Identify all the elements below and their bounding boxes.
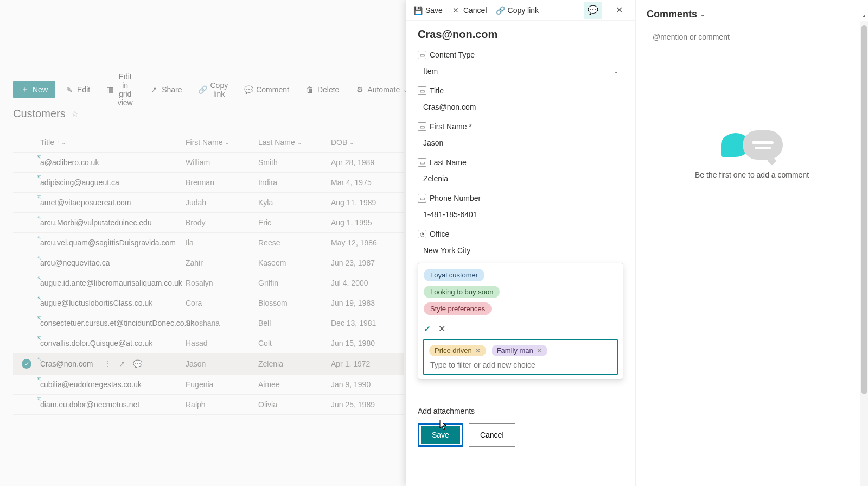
add-attachments-link[interactable]: Add attachments [418,407,623,415]
delete-button[interactable]: 🗑Delete [299,81,346,98]
cell-title[interactable]: ⇱convallis.dolor.Quisque@at.co.uk [40,339,186,348]
sort-asc-icon: ↑ [56,139,60,146]
open-icon: ⇱ [37,215,41,220]
table-row[interactable]: ⇱consectetuer.cursus.et@tinciduntDonec.c… [13,313,404,333]
cell-title[interactable]: ⇱augue.id.ante@liberomaurisaliquam.co.uk [40,279,186,287]
col-dob[interactable]: DOB ⌄ [331,138,401,147]
table-row[interactable]: ⇱arcu@nequevitae.caZahirKaseemJun 23, 19… [13,253,404,273]
automate-button[interactable]: ⚙Automate⌄ [349,81,414,98]
cell-ln: Kyla [258,198,331,207]
comment-button[interactable]: 💬Comment [238,81,296,98]
table-row[interactable]: ✓⇱Cras@non.com⋮↗💬JasonZeleniaApr 1, 1972 [13,354,404,375]
cell-dob: Apr 1, 1972 [331,359,401,368]
open-icon: ⇱ [37,235,41,241]
share-label: Share [162,85,182,94]
last-name-input[interactable] [418,170,623,187]
comments-toggle-icon[interactable]: 💬 [584,2,602,19]
table-row[interactable]: ⇱amet@vitaeposuereat.comJudahKylaAug 11,… [13,193,404,213]
col-title[interactable]: Title ↑ ⌄ [40,138,186,147]
col-first-name[interactable]: First Name ⌄ [186,138,258,147]
row-select[interactable]: ✓ [13,359,40,369]
office-input[interactable] [418,242,623,259]
cell-title[interactable]: ⇱cubilia@eudoloregestas.co.uk [40,380,186,389]
edit-button[interactable]: ✎Edit [59,81,97,98]
cell-ln: Reese [258,238,331,247]
content-type-label: ▭Content Type [418,51,623,59]
cell-title[interactable]: ⇱amet@vitaeposuereat.com [40,198,186,207]
panel-cancel-button[interactable]: ✕Cancel [451,6,487,15]
cell-title[interactable]: ⇱augue@luctuslobortisClass.co.uk [40,299,186,307]
cell-dob: Aug 11, 1989 [331,198,401,207]
title-input[interactable] [418,98,623,116]
cell-title[interactable]: ⇱adipiscing@augueut.ca [40,178,186,187]
table-row[interactable]: ⇱diam.eu.dolor@necmetus.netRalphOliviaJu… [13,395,404,415]
more-icon[interactable]: ⋮ [104,359,111,368]
table-row[interactable]: ⇱a@aclibero.co.ukWilliamSmithApr 28, 198… [13,153,404,173]
open-icon: ⇱ [37,195,41,200]
cell-fn: Shoshana [186,319,258,327]
table-row[interactable]: ⇱adipiscing@augueut.caBrennanIndiraMar 4… [13,173,404,193]
tag-filter-input[interactable] [429,356,612,371]
table-row[interactable]: ⇱arcu.Morbi@vulputateduinec.eduBrodyEric… [13,213,404,233]
panel-copy-link-button[interactable]: 🔗Copy link [496,6,539,15]
cell-title[interactable]: ⇱Cras@non.com⋮↗💬 [40,359,186,368]
cell-dob: Jun 19, 1983 [331,299,401,307]
open-icon: ⇱ [37,397,41,402]
table-row[interactable]: ⇱arcu.vel.quam@sagittisDuisgravida.comIl… [13,233,404,253]
open-icon: ⇱ [37,295,41,301]
field-icon: ▭ [418,51,426,59]
content-type-select[interactable]: Item⌄ [418,62,623,80]
cancel-icon[interactable]: ✕ [438,324,445,334]
tag-option-style[interactable]: Style preferences [424,302,492,315]
tag-option-loyal[interactable]: Loyal customer [424,269,484,281]
close-panel-icon[interactable]: ✕ [610,2,628,19]
share-button[interactable]: ↗Share [143,81,188,98]
phone-input[interactable] [418,206,623,223]
cell-title[interactable]: ⇱arcu.vel.quam@sagittisDuisgravida.com [40,238,186,247]
tag-option-looking[interactable]: Looking to buy soon [424,286,500,298]
item-title: Cras@non.com [418,28,623,41]
field-icon: ▭ [418,158,426,167]
cell-title[interactable]: ⇱arcu@nequevitae.ca [40,258,186,267]
panel-save-button[interactable]: 💾Save [413,6,443,15]
cell-fn: Cora [186,299,258,307]
cell-title[interactable]: ⇱consectetuer.cursus.et@tinciduntDonec.c… [40,319,186,327]
chevron-down-icon: ⌄ [225,140,229,146]
cell-fn: Eugenia [186,380,258,389]
comment-input[interactable] [647,28,857,46]
table-row[interactable]: ⇱cubilia@eudoloregestas.co.ukEugeniaAime… [13,375,404,395]
copy-link-button[interactable]: 🔗Copy link [192,77,235,102]
favorite-icon[interactable]: ☆ [71,109,79,119]
phone-label: ▭Phone Number [418,194,623,203]
field-icon: ▭ [418,194,426,203]
open-icon: ⇱ [37,155,41,160]
cell-title[interactable]: ⇱arcu.Morbi@vulputateduinec.edu [40,218,186,227]
save-icon: 💾 [413,6,422,15]
table-row[interactable]: ⇱augue.id.ante@liberomaurisaliquam.co.uk… [13,273,404,293]
form-area: Cras@non.com ▭Content Type Item⌄ ▭Title … [406,21,635,486]
cancel-button[interactable]: Cancel [469,423,515,447]
table-row[interactable]: ⇱augue@luctuslobortisClass.co.ukCoraBlos… [13,293,404,313]
empty-comments-icon [721,130,783,160]
tag-price-driven[interactable]: Price driven✕ [429,345,486,356]
tag-family-man[interactable]: Family man✕ [492,345,547,356]
table-row[interactable]: ⇱convallis.dolor.Quisque@at.co.ukHasadCo… [13,333,404,354]
edit-grid-button[interactable]: ▦Edit in grid view [100,68,140,111]
share-icon[interactable]: ↗ [119,359,125,368]
field-icon: ▭ [418,86,426,95]
cell-title[interactable]: ⇱diam.eu.dolor@necmetus.net [40,400,186,409]
comment-icon[interactable]: 💬 [133,359,142,368]
cell-ln: Olivia [258,400,331,409]
confirm-icon[interactable]: ✓ [424,324,431,334]
comments-header[interactable]: Comments⌄ [647,9,857,20]
panel-copy-link-label: Copy link [508,6,539,15]
new-button[interactable]: ＋New [13,81,55,98]
cell-dob: Apr 28, 1989 [331,158,401,167]
remove-tag-icon[interactable]: ✕ [475,347,481,355]
remove-tag-icon[interactable]: ✕ [537,347,542,355]
cell-title[interactable]: ⇱a@aclibero.co.uk [40,158,186,167]
col-last-name[interactable]: Last Name ⌄ [258,138,331,147]
close-icon: ✕ [451,6,460,15]
first-name-input[interactable] [418,134,623,152]
open-icon: ⇱ [37,255,41,261]
